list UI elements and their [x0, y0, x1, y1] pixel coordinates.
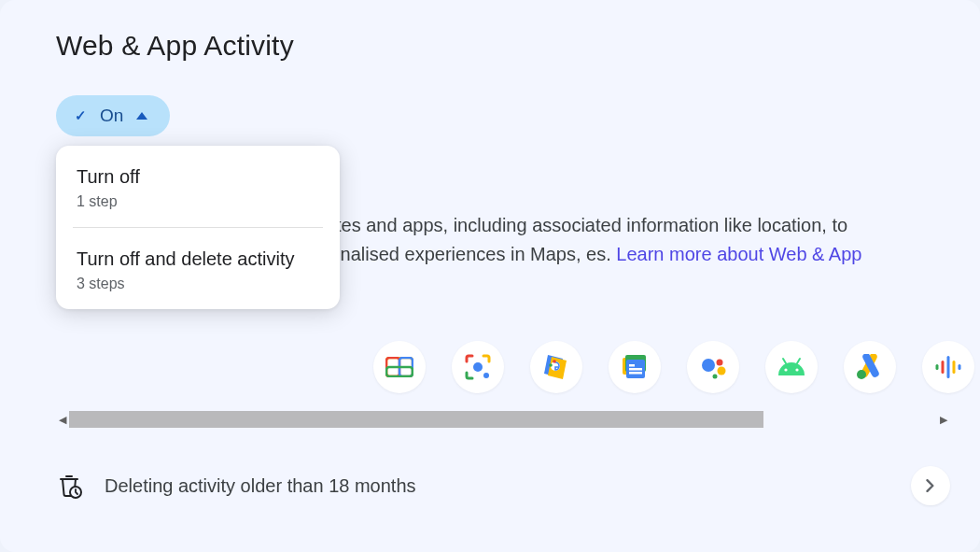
google-assistant-icon: [699, 353, 727, 381]
app-icon-row-container: ◀ ▶: [56, 341, 950, 429]
svg-rect-14: [629, 364, 635, 367]
svg-point-20: [713, 375, 718, 379]
scroll-left-icon[interactable]: ◀: [56, 411, 69, 428]
dropdown-item-turn-off[interactable]: Turn off 1 step: [56, 146, 340, 227]
dropdown-item-title: Turn off: [77, 166, 319, 188]
google-shopping-icon: [542, 353, 570, 381]
google-news-icon: [621, 354, 649, 380]
scrollbar-thumb[interactable]: [69, 411, 763, 428]
app-icon-google-ads[interactable]: [844, 341, 896, 393]
google-ads-icon: [856, 354, 884, 380]
status-pill[interactable]: ✓ On: [56, 95, 170, 136]
check-icon: ✓: [75, 107, 87, 124]
status-pill-container: ✓ On Turn off 1 step Turn off and delete…: [56, 95, 170, 136]
icon-scrollbar[interactable]: ◀ ▶: [56, 410, 950, 429]
scrollbar-track[interactable]: [69, 411, 937, 428]
svg-point-4: [473, 362, 483, 372]
chevron-right-icon: [924, 479, 937, 492]
svg-rect-31: [936, 364, 939, 370]
svg-rect-28: [947, 356, 950, 378]
svg-point-18: [717, 360, 723, 366]
app-icon-google-lens[interactable]: [452, 341, 504, 393]
svg-point-17: [702, 359, 715, 372]
svg-point-24: [795, 368, 798, 371]
dropdown-item-title: Turn off and delete activity: [77, 248, 319, 270]
svg-rect-30: [953, 361, 956, 374]
svg-point-19: [718, 367, 726, 375]
dropdown-item-subtitle: 1 step: [77, 193, 319, 210]
svg-rect-32: [959, 364, 961, 370]
app-icon-google-news[interactable]: [609, 341, 661, 393]
svg-line-22: [797, 359, 800, 363]
svg-point-9: [553, 360, 556, 363]
svg-rect-16: [629, 372, 642, 375]
dropdown-item-subtitle: 3 steps: [77, 276, 319, 292]
svg-point-5: [483, 373, 489, 378]
svg-point-23: [784, 368, 787, 371]
dropdown-item-turn-off-delete[interactable]: Turn off and delete activity 3 steps: [56, 228, 340, 309]
svg-line-21: [783, 359, 786, 363]
svg-rect-29: [942, 361, 945, 374]
auto-delete-label: Deleting activity older than 18 months: [105, 475, 890, 497]
android-icon: [777, 357, 806, 377]
auto-delete-icon: [56, 472, 84, 500]
scroll-right-icon[interactable]: ▶: [937, 411, 950, 428]
page-title: Web & App Activity: [56, 30, 950, 62]
auto-delete-row[interactable]: Deleting activity older than 18 months: [56, 466, 950, 505]
app-icon-row: [56, 341, 950, 393]
svg-rect-15: [629, 368, 642, 371]
app-icon-google-tv[interactable]: [373, 341, 426, 393]
svg-point-10: [549, 363, 553, 367]
app-icon-google-shopping[interactable]: [530, 341, 582, 393]
google-podcasts-icon: [935, 354, 961, 380]
status-pill-label: On: [100, 106, 123, 126]
google-tv-icon: [385, 357, 413, 377]
google-lens-icon: [464, 353, 492, 381]
svg-point-27: [857, 370, 866, 379]
caret-up-icon: [136, 112, 147, 120]
app-icon-android[interactable]: [765, 341, 818, 393]
activity-card: Web & App Activity ✓ On Turn off 1 step …: [0, 0, 980, 552]
status-dropdown: Turn off 1 step Turn off and delete acti…: [56, 146, 340, 309]
app-icon-google-podcasts[interactable]: [922, 341, 974, 393]
auto-delete-chevron-button[interactable]: [911, 466, 950, 505]
app-icon-google-assistant[interactable]: [687, 341, 739, 393]
